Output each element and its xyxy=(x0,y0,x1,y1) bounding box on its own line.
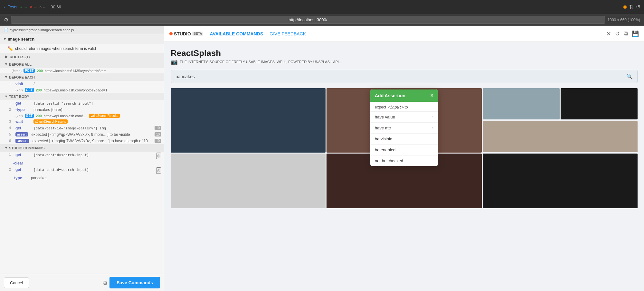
xhr-url: https://api.unsplash.com/photos?page=1 xyxy=(44,88,108,92)
cmd-row-5: 5 assert expected [ <img#qp7WA8AV2x0>, 9… xyxy=(0,131,164,138)
tests-link[interactable]: Tests xyxy=(8,5,17,9)
image-4 xyxy=(561,88,638,119)
search-icon: 🔍 xyxy=(626,73,633,80)
pass-count: -- xyxy=(24,5,27,9)
close-studio-button[interactable]: ✕ xyxy=(606,30,611,37)
app-header: ReactSplash 📷 THE INTERNET'S SOURCE OF F… xyxy=(171,48,638,65)
studio-label: STUDIO COMMANDS xyxy=(9,146,45,150)
studio-sub-clear: -clear xyxy=(0,160,164,166)
xhr-get-row: (xhr) GET 200 https://api.unsplash.com/p… xyxy=(0,87,164,93)
save-studio-button[interactable]: 💾 xyxy=(632,30,639,37)
top-bar-right: ⇅ ↺ xyxy=(623,4,640,10)
popup-item-have-value[interactable]: have value › xyxy=(370,112,438,123)
before-all-label: BEFORE ALL xyxy=(9,62,32,66)
browser-content: ReactSplash 📷 THE INTERNET'S SOURCE OF F… xyxy=(164,42,644,291)
undo-button[interactable]: ↺ xyxy=(615,30,620,37)
routes-section[interactable]: ▶ ROUTES (1) xyxy=(0,53,164,61)
alias-tag: @validSearchResults xyxy=(33,119,68,124)
right-panel: STUDIO BETA AVAILABLE COMMANDS GIVE FEED… xyxy=(164,26,644,291)
studio-chevron-icon: ▾ xyxy=(5,146,7,150)
xhr-get-row-2: (xhr) GET 200 https://api.unsplash.com/.… xyxy=(0,113,164,118)
top-bar-left: ‹ Tests ✓ -- ✕ -- ○ -- 00.66 xyxy=(4,5,61,9)
bottom-bar: Cancel ⧉ Save Commands xyxy=(0,274,164,291)
suite-name: Image search xyxy=(8,37,34,42)
viewport-info: 1000 x 660 (100%) xyxy=(608,18,640,22)
count-10-badge: 10 xyxy=(155,126,161,130)
fail-icon: ✕ xyxy=(30,5,33,9)
refresh-icon[interactable]: ↺ xyxy=(636,4,640,10)
pass-icon: ✓ xyxy=(20,5,23,9)
url-input[interactable] xyxy=(11,16,605,24)
before-each-section[interactable]: ▾ BEFORE EACH xyxy=(0,73,164,81)
fail-count: -- xyxy=(34,5,37,9)
valid-tag: validSearchResults xyxy=(89,114,120,118)
cancel-button[interactable]: Cancel xyxy=(4,277,29,288)
file-path-text: cypress/integration/image-search.spec.js xyxy=(10,28,74,32)
pass-status: ✓ -- xyxy=(20,5,27,9)
copy-button[interactable]: ⧉ xyxy=(103,279,107,286)
search-input[interactable] xyxy=(175,74,624,79)
popup-item-be-enabled[interactable]: be enabled xyxy=(370,145,438,155)
before-all-chevron-icon: ▾ xyxy=(5,62,7,66)
popup-title: Add Assertion xyxy=(375,93,405,98)
suite-header[interactable]: ▾ Image search xyxy=(0,34,164,44)
xhr-status: 200 xyxy=(36,88,42,92)
assert-badge-5: assert xyxy=(15,132,28,136)
chevron-icon-2: › xyxy=(432,126,433,130)
popup-close-button[interactable]: × xyxy=(431,93,433,99)
remove-btn-2[interactable]: ⊗ xyxy=(156,167,161,174)
popup-item-be-visible[interactable]: be visible xyxy=(370,134,438,145)
url-bar: ⚙ 1000 x 660 (100%) xyxy=(0,14,644,26)
fetch-status: 200 xyxy=(37,69,43,73)
cmd-row-3: 3 wait @validSearchResults xyxy=(0,118,164,125)
visit-cmd: visit xyxy=(15,82,32,86)
visit-command-row: 1 visit / xyxy=(0,81,164,87)
studio-label-text: STUDIO BETA xyxy=(169,31,203,36)
test-body-label: TEST BODY xyxy=(9,95,29,99)
app-title-group: ReactSplash 📷 THE INTERNET'S SOURCE OF F… xyxy=(171,48,342,65)
orange-dot-icon xyxy=(623,5,627,9)
suite-chevron-icon: ▾ xyxy=(4,37,6,41)
studio-dot-icon xyxy=(169,32,173,35)
main-content: 📄 cypress/integration/image-search.spec.… xyxy=(0,26,644,291)
sort-icon[interactable]: ⇅ xyxy=(629,4,633,10)
popup-item-have-attr[interactable]: have attr › xyxy=(370,123,438,134)
image-grid-right xyxy=(483,88,638,153)
studio-cmd-row-1: 1 get [data-testid=search-input] ⊗ xyxy=(0,152,164,160)
pending-count: -- xyxy=(43,5,45,9)
file-path: 📄 cypress/integration/image-search.spec.… xyxy=(0,26,164,34)
cmd-row-4: 4 get [data-test-id="image-gallery"] img… xyxy=(0,125,164,131)
give-feedback-tab[interactable]: GIVE FEEDBACK xyxy=(270,31,306,36)
xhr-name: (xhr) xyxy=(15,88,23,92)
top-bar: ‹ Tests ✓ -- ✕ -- ○ -- 00.66 ⇅ ↺ xyxy=(0,0,644,14)
pending-status: ○ -- xyxy=(39,5,45,9)
remove-btn-1[interactable]: ⊗ xyxy=(156,153,161,159)
assert-badge-6: -assert xyxy=(15,139,29,143)
routes-label: ROUTES (1) xyxy=(10,55,30,59)
app-subtitle-text: THE INTERNET'S SOURCE OF FREELY USABLE I… xyxy=(180,60,342,64)
routes-chevron-icon: ▶ xyxy=(5,55,8,59)
browser-area: ReactSplash 📷 THE INTERNET'S SOURCE OF F… xyxy=(164,42,644,291)
settings-icon[interactable]: ⚙ xyxy=(4,17,8,23)
image-3 xyxy=(483,88,560,119)
search-bar: 🔍 xyxy=(171,70,638,83)
chevron-icon: › xyxy=(432,115,433,119)
image-1 xyxy=(171,88,326,153)
save-commands-button[interactable]: Save Commands xyxy=(109,277,160,288)
not-be-checked-label: not be checked xyxy=(375,158,403,163)
line-num-1: 1 xyxy=(9,82,14,86)
before-all-section[interactable]: ▾ BEFORE ALL xyxy=(0,61,164,68)
test-body-chevron-icon: ▾ xyxy=(5,94,7,99)
pending-icon: ○ xyxy=(39,5,42,9)
image-8 xyxy=(483,154,638,208)
popup-header: Add Assertion × xyxy=(370,89,438,102)
available-commands-tab[interactable]: AVAILABLE COMMANDS xyxy=(210,31,263,36)
popup-item-not-be-checked[interactable]: not be checked xyxy=(370,155,438,166)
test-item[interactable]: ✏️ should return images when search term… xyxy=(0,44,164,53)
image-5 xyxy=(483,121,638,152)
studio-section-header[interactable]: ▾ STUDIO COMMANDS xyxy=(0,144,164,152)
test-body-section[interactable]: ▾ TEST BODY xyxy=(0,93,164,100)
get-badge: GET xyxy=(25,88,34,92)
copy-studio-button[interactable]: ⧉ xyxy=(624,30,628,37)
cmd-row-2: 2 -type pancakes {enter} xyxy=(0,107,164,113)
